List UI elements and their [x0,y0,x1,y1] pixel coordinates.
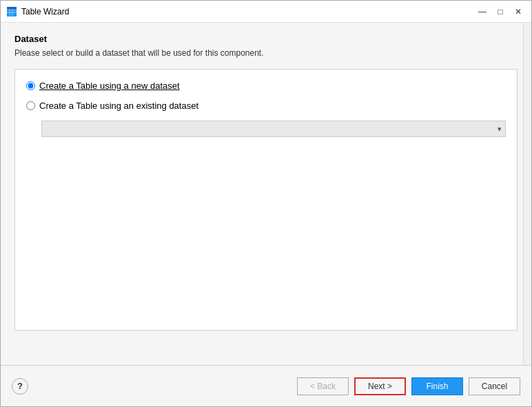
cancel-button[interactable]: Cancel [469,377,520,395]
option2-radio[interactable] [26,101,35,110]
section-title: Dataset [14,34,518,44]
window-title: Table Wizard [21,7,475,17]
option1-radio-label[interactable]: Create a Table using a new dataset [26,81,506,91]
scrollbar[interactable] [523,23,531,365]
window: Table Wizard — □ ✕ Dataset Please select… [0,0,532,407]
footer-right: < Back Next > Finish Cancel [297,377,520,395]
title-bar: Table Wizard — □ ✕ [1,1,531,23]
dropdown-wrapper [41,121,506,137]
option1-radio[interactable] [26,81,35,90]
table-icon [6,6,17,17]
help-button[interactable]: ? [12,378,28,395]
main-panel: Create a Table using a new dataset Creat… [14,69,518,331]
footer-left: ? [12,378,28,395]
option2-label: Create a Table using an existing dataset [39,101,198,111]
close-button[interactable]: ✕ [511,4,526,19]
finish-button[interactable]: Finish [411,377,463,395]
svg-rect-1 [7,7,17,10]
dropdown-row [26,121,506,137]
maximize-button[interactable]: □ [493,4,508,19]
option2-radio-label[interactable]: Create a Table using an existing dataset [26,101,506,111]
back-button[interactable]: < Back [297,377,349,395]
section-description: Please select or build a dataset that wi… [14,48,518,58]
window-controls: — □ ✕ [475,4,526,19]
existing-dataset-dropdown[interactable] [41,121,506,137]
content-area: Dataset Please select or build a dataset… [1,23,531,365]
minimize-button[interactable]: — [475,4,490,19]
option1-label: Create a Table using a new dataset [39,81,180,91]
footer: ? < Back Next > Finish Cancel [1,365,531,406]
next-button[interactable]: Next > [354,377,406,395]
